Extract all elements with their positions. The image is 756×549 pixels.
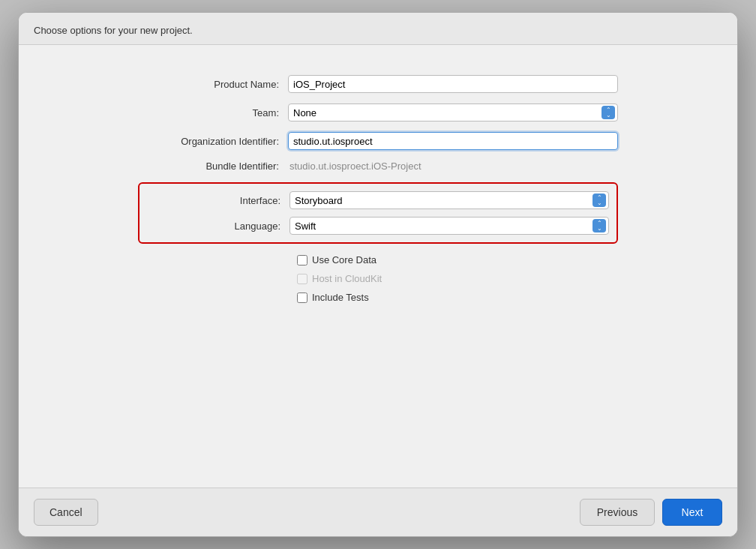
language-label: Language: [147,220,290,232]
footer-right: Previous Next [580,499,722,526]
use-core-data-label: Use Core Data [312,254,376,266]
interface-label: Interface: [147,195,290,206]
host-in-cloudkit-row: Host in CloudKit [138,273,618,284]
new-project-dialog: Choose options for your new project. Pro… [18,12,738,537]
interface-select[interactable]: Storyboard [290,191,609,209]
checkboxes-container: Use Core Data Host in CloudKit Include T… [138,254,618,310]
bundle-identifier-label: Bundle Identifier: [138,160,288,172]
include-tests-row: Include Tests [138,292,618,303]
use-core-data-checkbox[interactable] [297,255,308,266]
dialog-footer: Cancel Previous Next [19,488,737,536]
org-identifier-row: Organization Identifier: [138,132,618,150]
next-button[interactable]: Next [662,499,722,526]
include-tests-label: Include Tests [312,292,369,303]
host-in-cloudkit-checkbox[interactable] [297,274,308,284]
include-tests-checkbox[interactable] [297,292,308,303]
dialog-body: Product Name: Team: None Organization Id… [19,45,737,488]
interface-language-box: Interface: Storyboard Language: Swift [138,182,618,244]
cancel-button[interactable]: Cancel [34,499,98,526]
interface-select-wrapper: Storyboard [290,191,609,209]
use-core-data-row: Use Core Data [138,254,618,266]
team-row: Team: None [138,104,618,122]
language-select-wrapper: Swift [290,217,609,235]
org-identifier-label: Organization Identifier: [138,136,288,147]
bundle-identifier-value: studio.ut.iosproect.iOS-Project [288,160,618,172]
host-in-cloudkit-label: Host in CloudKit [312,273,382,284]
bundle-identifier-row: Bundle Identifier: studio.ut.iosproect.i… [138,160,618,172]
footer-left: Cancel [34,499,98,526]
form-container: Product Name: Team: None Organization Id… [138,75,618,182]
team-select[interactable]: None [288,104,618,122]
org-identifier-input[interactable] [288,132,618,150]
product-name-label: Product Name: [138,79,288,90]
team-label: Team: [138,107,288,118]
dialog-title: Choose options for your new project. [34,25,193,36]
product-name-row: Product Name: [138,75,618,93]
previous-button[interactable]: Previous [580,499,655,526]
language-select[interactable]: Swift [290,217,609,235]
product-name-input[interactable] [288,75,618,93]
dialog-header: Choose options for your new project. [19,13,737,45]
team-select-wrapper: None [288,104,618,122]
interface-row: Interface: Storyboard [140,191,616,209]
language-row: Language: Swift [140,217,616,235]
